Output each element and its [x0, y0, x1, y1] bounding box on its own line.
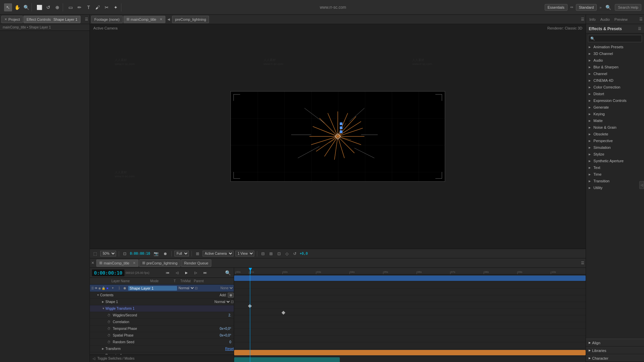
camera-orbit[interactable]: ↺ — [44, 3, 52, 11]
libraries-panel-header[interactable]: ▶ Libraries — [586, 347, 644, 354]
ep-generate[interactable]: ▶ Generate — [586, 104, 644, 111]
right-tab-audio[interactable]: Audio — [598, 16, 612, 23]
add-button[interactable]: ⊕ — [228, 293, 234, 298]
layer-1-expand[interactable]: ▼ — [111, 287, 115, 290]
search-icon-btn[interactable]: 🔍 — [604, 3, 612, 11]
timeline-ctrl-btn2[interactable]: ◁ — [173, 269, 181, 277]
clone-tool[interactable]: ✂ — [103, 3, 111, 11]
ep-animation-presets[interactable]: ▶ Animation Presets — [586, 44, 644, 50]
ep-distort[interactable]: ▶ Distort — [586, 90, 644, 97]
ep-cinema4d[interactable]: ▶ CINEMA 4D — [586, 77, 644, 84]
rectangle-tool[interactable]: ▭ — [66, 3, 74, 11]
right-tab-preview[interactable]: Preview — [612, 16, 630, 23]
ep-search-input[interactable] — [596, 37, 640, 41]
timeline-tab-precomp[interactable]: ⊞ preComp_lightning — [139, 259, 180, 267]
view-select[interactable]: 1 View — [235, 251, 254, 256]
track-layer-2[interactable] — [234, 349, 586, 356]
ep-blur-sharpen[interactable]: ▶ Blur & Sharpen — [586, 64, 644, 70]
viewer-3d-btn[interactable]: ◇ — [284, 251, 290, 257]
zoom-select[interactable]: 50% — [100, 251, 116, 256]
camera-tools[interactable]: ⬜ — [35, 3, 43, 11]
ep-3d-channel[interactable]: ▶ 3D Channel — [586, 50, 644, 57]
comp-tab-main[interactable]: ⊞ mainComp_title ✕ — [123, 16, 165, 23]
layer-1-label[interactable]: ■ — [106, 286, 109, 290]
viewer-layout-btn[interactable]: ⊟ — [260, 251, 266, 257]
layer-1-lock[interactable]: 🔒 — [102, 286, 105, 290]
timeline-search-btn[interactable]: 🔍 — [224, 269, 232, 277]
camera-track[interactable]: ⊕ — [53, 3, 61, 11]
contents-expand[interactable]: ▼ — [97, 294, 100, 297]
essentials-btn[interactable]: Essentials — [545, 4, 568, 11]
repeater-row[interactable]: ▶ Repeater 1 — [90, 352, 234, 355]
ep-transition[interactable]: ▶ Transition — [586, 178, 644, 184]
ep-menu-icon[interactable]: ☰ — [638, 26, 641, 31]
random-stopwatch[interactable]: ⏱ — [107, 340, 113, 344]
ep-channel[interactable]: ▶ Channel — [586, 70, 644, 77]
tab-project[interactable]: ✕ Project — [1, 16, 23, 23]
reset-btn[interactable]: Reset — [225, 347, 234, 351]
comp-tab-close-main[interactable]: ✕ — [160, 17, 162, 21]
layer-1-parent-select[interactable]: None — [219, 286, 234, 290]
timeline-close-icon[interactable]: ✕ — [91, 261, 94, 265]
track-layer-3[interactable] — [234, 356, 586, 362]
brush-tool[interactable]: 🖌 — [94, 3, 102, 11]
wiggles-stopwatch[interactable]: ⏱ — [107, 313, 113, 317]
spatial-stopwatch[interactable]: ⏱ — [107, 334, 113, 337]
layer-1-name-input[interactable] — [128, 286, 177, 291]
shape1-expand[interactable]: ▶ — [102, 300, 105, 303]
layer-1-video[interactable]: 👁 — [95, 286, 98, 290]
shape1-mode-select[interactable]: Normal — [213, 300, 231, 304]
temporal-stopwatch[interactable]: ⏱ — [107, 327, 113, 330]
ep-obsolete[interactable]: ▶ Obsolete — [586, 131, 644, 137]
panel-expand-btn[interactable]: ◁ — [639, 181, 644, 189]
layer-1-mode-select[interactable]: Normal — [177, 286, 195, 290]
transform-expand[interactable]: ▶ — [102, 347, 105, 350]
temporal-phase-value[interactable]: 0x+0,0° — [220, 327, 234, 330]
ep-audio[interactable]: ▶ Audio — [586, 57, 644, 64]
zoom-tool[interactable]: 🔍 — [22, 3, 30, 11]
timeline-panel-menu[interactable]: ☰ — [581, 261, 584, 265]
wiggle-expand[interactable]: ▼ — [102, 307, 105, 310]
align-panel-header[interactable]: ▶ Align — [586, 339, 644, 347]
timeline-tab-main[interactable]: ⊞ mainComp_title ✕ — [96, 259, 138, 267]
correlation-stopwatch[interactable]: ⏱ — [107, 320, 113, 324]
ep-time[interactable]: ▶ Time — [586, 171, 644, 178]
wiggle-row[interactable]: ▼ Wiggle Transform 1 — [90, 305, 234, 312]
right-tab-info[interactable]: Info — [587, 16, 597, 23]
timeline-ctrl-play[interactable]: ▶ — [182, 269, 191, 277]
wiggles-per-sec-value[interactable]: 2. — [228, 313, 234, 317]
ep-stylize[interactable]: ▶ Stylize — [586, 151, 644, 158]
spatial-phase-value[interactable]: 0x+0,0° — [220, 334, 234, 337]
shape1-row[interactable]: ▶ Shape 1 Normal ⊡ — [90, 299, 234, 305]
ep-color-correction[interactable]: ▶ Color Correction — [586, 84, 644, 90]
viewer-opengl-btn[interactable]: ⊞ — [195, 251, 201, 257]
comp-tab-footage[interactable]: Footage (none) — [91, 16, 122, 23]
comp-panel-menu[interactable]: ☰ — [581, 17, 584, 21]
track-layer-1[interactable] — [234, 275, 586, 282]
viewer-grid-btn[interactable]: ⊞ — [268, 251, 274, 257]
ep-keying[interactable]: ▶ Keying — [586, 111, 644, 117]
layer-1-solo[interactable]: ◉ — [98, 286, 101, 290]
timeline-ctrl-btn3[interactable]: ▷ — [192, 269, 200, 277]
ep-matte[interactable]: ▶ Matte — [586, 117, 644, 124]
timeline-ctrl-btn1[interactable]: ⏮ — [164, 269, 172, 277]
toggle-switches-expand-icon[interactable]: ◁ — [93, 357, 95, 360]
viewer-camera-icon[interactable]: 📷 — [152, 251, 160, 257]
ep-simulation[interactable]: ▶ Simulation — [586, 144, 644, 151]
ep-expression-controls[interactable]: ▶ Expression Controls — [586, 97, 644, 104]
pen-tool[interactable]: ✏ — [75, 3, 84, 11]
comp-tab-precomp[interactable]: preComp_lightning — [172, 16, 209, 23]
timeline-ctrl-btn4[interactable]: ⏭ — [201, 269, 209, 277]
layer-1-shy[interactable]: ☰ — [91, 286, 94, 290]
ep-synthetic-aperture[interactable]: ▶ Synthetic Aperture — [586, 158, 644, 164]
close-icon[interactable]: ✕ — [4, 17, 7, 21]
panel-menu-icon[interactable]: ☰ — [85, 17, 88, 21]
ep-utility[interactable]: ▶ Utility — [586, 184, 644, 191]
hand-tool[interactable]: ✋ — [13, 3, 21, 11]
viewer-record-btn[interactable]: ⏺ — [162, 251, 169, 257]
ep-noise-grain[interactable]: ▶ Noise & Grain — [586, 124, 644, 131]
camera-select[interactable]: Active Camera — [203, 251, 233, 256]
right-panel-menu[interactable]: ☰ — [639, 17, 643, 21]
select-tool[interactable]: ↖ — [4, 3, 12, 11]
character-panel-header[interactable]: ▶ Character — [586, 355, 644, 362]
